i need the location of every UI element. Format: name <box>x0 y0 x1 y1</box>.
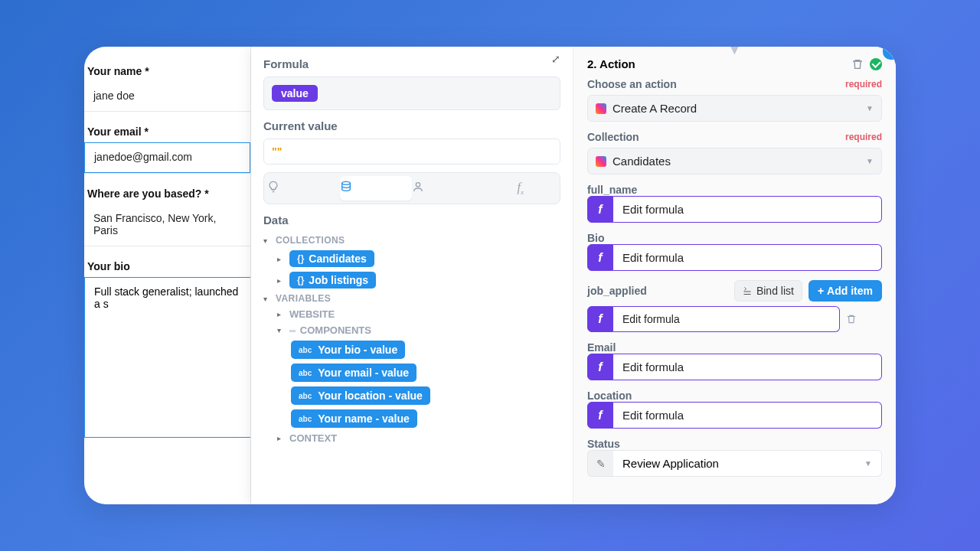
bio-field-label: Bio <box>587 232 882 244</box>
svg-point-0 <box>341 181 350 184</box>
status-ok-icon <box>870 58 882 70</box>
tab-user[interactable] <box>412 176 485 201</box>
corner-tab[interactable] <box>883 47 896 60</box>
tab-suggestions[interactable] <box>267 176 340 201</box>
bio-formula-input[interactable]: Edit formula <box>613 244 882 271</box>
action-select[interactable]: Create A Record ▼ <box>587 95 882 122</box>
fullname-formula-input[interactable]: Edit formula <box>613 196 882 223</box>
caret-down-icon: ▾ <box>263 236 271 245</box>
location-field-label: Location <box>587 390 882 402</box>
data-tab-row: fx <box>263 172 560 204</box>
email-formula-input[interactable]: Edit formula <box>613 354 882 380</box>
fx-icon[interactable]: f <box>587 354 613 380</box>
delete-action-button[interactable] <box>851 58 864 70</box>
form-preview-panel: Your name * jane doe Your email * janedo… <box>84 47 251 504</box>
chevron-down-icon: ▼ <box>864 459 872 468</box>
component-location-value[interactable]: abcYour location - value <box>263 384 560 407</box>
jobapplied-label: job_applied <box>587 285 647 297</box>
collection-label: Collection <box>587 131 639 143</box>
email-label: Your email * <box>84 121 250 142</box>
caret-right-icon: ▸ <box>277 255 285 263</box>
integration-icon <box>596 103 606 114</box>
bind-list-button[interactable]: Bind list <box>734 280 802 302</box>
component-bio-value[interactable]: abcYour bio - value <box>263 338 560 361</box>
remove-item-button[interactable] <box>846 314 857 324</box>
fx-icon[interactable]: f <box>587 402 613 429</box>
name-label: Your name * <box>84 60 250 82</box>
chevron-down-icon: ▼ <box>866 157 874 165</box>
chevron-down-icon: ▼ <box>866 104 874 112</box>
data-tree: ▾ COLLECTIONS ▸ {}Candidates ▸ {}Job lis… <box>263 233 560 446</box>
fx-icon[interactable]: f <box>587 244 613 271</box>
formula-heading: Formula <box>263 57 560 70</box>
required-badge: required <box>845 132 882 142</box>
fx-icon[interactable]: f <box>587 196 613 223</box>
required-badge: required <box>845 79 882 90</box>
jobapplied-formula-input[interactable]: Edit formula <box>613 306 840 332</box>
caret-down-icon: ▾ <box>263 295 271 303</box>
fx-icon[interactable]: f <box>587 306 613 332</box>
collection-select[interactable]: Candidates ▼ <box>587 148 882 174</box>
tree-item-job-listings[interactable]: ▸ {}Job listings <box>263 269 560 291</box>
tree-item-candidates[interactable]: ▸ {}Candidates <box>263 248 560 269</box>
integration-icon <box>596 156 606 167</box>
location-input[interactable]: San Francisco, New York, Paris <box>84 204 250 246</box>
grid-icon: ▫▫ <box>289 326 296 335</box>
name-input[interactable]: jane doe <box>84 82 250 111</box>
choose-action-label: Choose an action <box>587 78 677 90</box>
email-input[interactable]: janedoe@gmail.com <box>84 142 250 173</box>
fullname-label: full_name <box>587 184 882 196</box>
flow-arrow-icon: ▼ <box>728 47 742 58</box>
app-card: Your name * jane doe Your email * janedo… <box>84 47 896 504</box>
tree-item-website[interactable]: ▸ WEBSITE <box>263 306 560 322</box>
formula-editor[interactable]: value <box>263 77 560 110</box>
bio-textarea[interactable]: Full stack generalist; launched a s <box>84 277 250 438</box>
component-email-value[interactable]: abcYour email - value <box>263 361 560 384</box>
status-field-label: Status <box>587 438 882 450</box>
group-context[interactable]: ▸ CONTEXT <box>263 430 560 446</box>
data-heading: Data <box>263 214 560 227</box>
caret-right-icon: ▸ <box>277 276 285 285</box>
caret-right-icon: ▸ <box>277 310 285 318</box>
action-title: 2. Action <box>587 57 845 70</box>
current-value-label: Current value <box>263 119 560 132</box>
tab-functions[interactable]: fx <box>485 176 557 201</box>
tab-data[interactable] <box>340 176 413 201</box>
bio-label: Your bio <box>84 256 250 277</box>
wand-icon[interactable]: ✎ <box>587 450 613 477</box>
component-name-value[interactable]: abcYour name - value <box>263 407 560 430</box>
location-label: Where are you based? * <box>84 183 250 204</box>
status-select[interactable]: Review Application ▼ <box>613 450 882 477</box>
group-variables[interactable]: ▾ VARIABLES <box>263 291 560 306</box>
svg-point-1 <box>416 183 420 187</box>
email-field-label: Email <box>587 341 882 354</box>
group-collections[interactable]: ▾ COLLECTIONS <box>263 233 560 248</box>
caret-down-icon: ▾ <box>277 326 285 334</box>
expand-icon[interactable]: ⤢ <box>551 53 560 65</box>
formula-panel: ⤢ Formula value Current value "" fx Data… <box>251 47 573 504</box>
caret-right-icon: ▸ <box>277 434 285 442</box>
add-item-button[interactable]: + Add item <box>808 280 882 302</box>
current-value-box: "" <box>263 139 560 165</box>
action-panel: ▼ 2. Action Choose an action required Cr… <box>573 47 896 504</box>
group-components[interactable]: ▾ ▫▫ COMPONENTS <box>263 322 560 338</box>
location-formula-input[interactable]: Edit formula <box>613 402 882 429</box>
formula-value-chip[interactable]: value <box>272 85 318 102</box>
